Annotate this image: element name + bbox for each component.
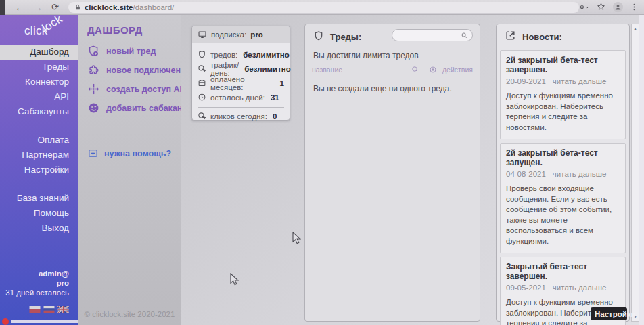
news-item-body: Доступ к функциям временно заблокирован.… — [506, 91, 620, 133]
profile-avatar[interactable] — [613, 2, 623, 12]
sidebar-nav: Дашборд Треды Коннектор API Сабакаунты О… — [0, 45, 78, 236]
sidebar: clicklock Дашборд Треды Коннектор API Са… — [0, 15, 78, 325]
sidebar-item-threads[interactable]: Треды — [0, 60, 78, 74]
language-switcher — [29, 306, 69, 313]
url-text: clicklock.site/dashboard/ — [85, 3, 174, 12]
calendar-icon — [198, 79, 206, 87]
browser-menu-icon[interactable] — [630, 3, 639, 12]
create-api-access-label: создать доступ API — [106, 85, 187, 94]
news-scrollbar[interactable]: ▲ ▼ — [631, 24, 639, 322]
subscription-card: подписка: pro тредов: безлимитно — [191, 26, 290, 121]
news-item-date: 04-08-2021 — [506, 170, 546, 178]
window-edge — [0, 0, 5, 15]
back-button[interactable]: ← — [15, 0, 24, 15]
create-api-access-button[interactable]: создать доступ API — [87, 83, 187, 95]
sub-row-days-left: осталось дней: 31 — [198, 90, 284, 104]
account-days-left: 31 дней осталось — [5, 288, 69, 298]
forward-button[interactable]: → — [33, 0, 43, 15]
settings-button[interactable]: Настройки — [591, 307, 627, 320]
record-dot — [2, 318, 9, 325]
external-link-icon — [505, 30, 516, 41]
monitor-icon — [198, 30, 207, 39]
read-more-link[interactable]: читать дальше — [553, 170, 607, 178]
shield-icon — [313, 30, 324, 41]
subscription-plan-value: pro — [250, 30, 263, 39]
sidebar-item-partners[interactable]: Партнерам — [0, 148, 78, 162]
news-item-date: 09-05-2021 — [506, 284, 546, 292]
reload-button[interactable]: ⟳ — [51, 0, 59, 15]
threads-table-header: название действия — [312, 66, 473, 77]
add-subaccount-label: добавить сабаканут — [106, 104, 191, 113]
dashboard-actions-panel: ДАШБОРД новый тред новое подключение соз… — [78, 15, 181, 325]
video-progress-bar[interactable] — [11, 320, 78, 323]
sidebar-item-api[interactable]: API — [0, 89, 78, 104]
move-arrows-icon — [87, 83, 100, 95]
new-connection-label: новое подключение — [106, 66, 191, 75]
sub-row-paid-months: оплачено месяцев: 1 — [198, 76, 284, 90]
news-item-body: Проверь свои входящие сообщения. Если у … — [506, 183, 620, 246]
news-item-title: 2й закрытый бета-тест запущен. — [506, 148, 620, 167]
sidebar-item-settings[interactable]: Настройки — [0, 162, 78, 177]
news-item: 2й закрытый бета-тест запущен. 04-08-202… — [500, 143, 626, 253]
click-icon — [198, 64, 206, 73]
mouse-cursor — [292, 232, 301, 247]
new-thread-button[interactable]: новый тред — [87, 45, 156, 58]
screen: ← → ⟳ clicklock.site/dashboard/ — [0, 0, 644, 325]
russia-flag-icon[interactable] — [43, 306, 55, 313]
shield-star-column-icon[interactable] — [429, 66, 437, 74]
main-content: подписка: pro тредов: безлимитно — [181, 15, 644, 325]
face-icon — [87, 102, 100, 114]
key-icon[interactable] — [579, 2, 589, 12]
add-subaccount-button[interactable]: добавить сабаканут — [87, 102, 191, 114]
clock-icon — [198, 93, 206, 102]
search-icon — [461, 32, 468, 39]
column-name: название — [312, 66, 342, 74]
new-thread-label: новый тред — [106, 47, 156, 56]
sidebar-item-help[interactable]: Помощь — [0, 206, 78, 221]
account-email: admin@ — [5, 269, 69, 279]
account-info: admin@ pro 31 дней осталось — [5, 269, 69, 297]
threads-panel: Треды: Вы достигли лимита тредов названи… — [304, 24, 480, 322]
scroll-up-arrow[interactable]: ▲ — [632, 26, 639, 31]
sidebar-item-subaccounts[interactable]: Сабакаунты — [0, 104, 78, 119]
sidebar-item-logout[interactable]: Выход — [0, 221, 78, 236]
threads-search[interactable] — [392, 29, 473, 41]
poland-flag-icon[interactable] — [29, 306, 41, 313]
read-more-link[interactable]: читать дальше — [553, 77, 607, 85]
click-icon — [198, 112, 206, 121]
read-more-link[interactable]: читать дальше — [553, 284, 607, 292]
sidebar-item-knowledge-base[interactable]: База знаний — [0, 191, 78, 206]
subscription-header: подписка: pro — [192, 26, 290, 43]
need-help-label: нужна помощь? — [104, 149, 171, 158]
url-path: /dashboard/ — [133, 3, 175, 12]
threads-limit-message: Вы достигли лимита тредов — [305, 49, 480, 60]
subscription-label: подписка: — [211, 30, 246, 39]
news-item-date: 20-09-2021 — [506, 77, 546, 85]
threads-title: Треды: — [330, 32, 361, 42]
address-bar[interactable]: clicklock.site/dashboard/ — [68, 2, 579, 13]
sub-row-threads: тредов: безлимитно — [198, 47, 284, 62]
click-column-icon[interactable] — [411, 66, 419, 74]
sub-row-clicks-today: кликов сегодня: 0 — [198, 109, 284, 123]
sidebar-item-dashboard[interactable]: Дашборд — [0, 45, 78, 60]
sidebar-item-payment[interactable]: Оплата — [0, 133, 78, 148]
threads-empty-message: Вы не создали еще ни одного треда. — [305, 77, 480, 100]
news-item-title: Закрытый бета-тест завершен. — [506, 262, 620, 281]
need-help-link[interactable]: нужна помощь? — [87, 148, 171, 159]
shield-plus-icon — [87, 45, 100, 58]
news-panel: Новости: 2й закрытый бета-тест завершен.… — [496, 24, 630, 322]
news-item: 2й закрытый бета-тест завершен. 20-09-20… — [500, 50, 626, 139]
threads-search-input[interactable] — [396, 30, 461, 40]
sidebar-item-connector[interactable]: Коннектор — [0, 74, 78, 89]
account-plan: pro — [5, 279, 69, 288]
copyright: © clicklock.site 2020-2021 — [78, 310, 181, 318]
page-scroll-strip[interactable] — [639, 15, 644, 325]
lock-icon — [74, 4, 81, 11]
column-actions: действия — [442, 66, 473, 74]
app-frame: clicklock Дашборд Треды Коннектор API Са… — [0, 15, 644, 325]
uk-flag-icon[interactable] — [58, 306, 69, 313]
news-title: Новости: — [522, 32, 562, 42]
bookmark-star-icon[interactable] — [596, 2, 606, 12]
logo: clicklock — [24, 24, 69, 38]
new-connection-button[interactable]: новое подключение — [87, 64, 191, 77]
